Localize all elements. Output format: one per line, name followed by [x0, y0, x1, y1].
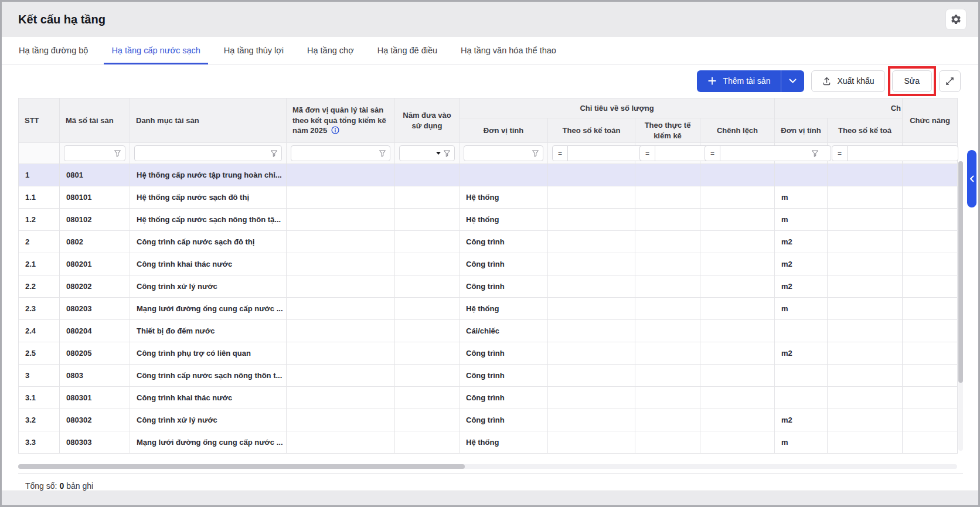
cell-by-accounting-2[interactable] [828, 253, 903, 275]
tab-ha-tang-cho[interactable]: Hạ tầng chợ [300, 37, 362, 64]
cell-asset-code[interactable]: 0802 [60, 231, 130, 253]
cell-unit-2[interactable]: m2 [775, 342, 828, 365]
filter-operator-dropdown[interactable]: = [639, 145, 655, 161]
cell-by-actual-inventory[interactable] [635, 409, 700, 431]
cell-by-accounting-2[interactable] [828, 186, 903, 209]
cell-difference[interactable] [700, 320, 775, 342]
cell-year-in-use[interactable] [395, 209, 460, 231]
cell-unit[interactable]: Hệ thống [460, 209, 548, 231]
tab-ha-tang-thuy-loi[interactable]: Hạ tầng thủy lợi [216, 37, 291, 64]
cell-mgmt-unit-code[interactable] [287, 409, 395, 431]
cell-year-in-use[interactable] [395, 409, 460, 431]
cell-actions[interactable] [903, 365, 958, 387]
cell-by-accounting-2[interactable] [828, 209, 903, 231]
cell-actions[interactable] [903, 164, 958, 186]
tab-ha-tang-de-dieu[interactable]: Hạ tầng đê điều [370, 37, 445, 64]
cell-by-accounting[interactable] [548, 342, 635, 365]
cell-unit-2[interactable] [775, 320, 828, 342]
cell-year-in-use[interactable] [395, 298, 460, 320]
settings-button[interactable] [945, 9, 967, 30]
cell-asset-code[interactable]: 080204 [60, 320, 130, 342]
cell-year-in-use[interactable] [395, 365, 460, 387]
filter-asset-category-input[interactable] [138, 149, 268, 158]
side-panel-toggle[interactable] [967, 150, 976, 207]
cell-actions[interactable] [903, 320, 958, 342]
cell-stt[interactable]: 1.2 [19, 209, 60, 231]
cell-year-in-use[interactable] [395, 253, 460, 275]
filter-operator-dropdown[interactable]: = [552, 145, 568, 161]
cell-asset-code[interactable]: 080101 [60, 186, 130, 209]
cell-by-accounting-2[interactable] [828, 275, 903, 298]
table-row[interactable]: 2.2 080202 Công trình xử lý nước Công tr… [19, 275, 958, 298]
filter-unit-input[interactable] [468, 149, 529, 158]
cell-unit[interactable]: Công trình [460, 342, 548, 365]
cell-by-accounting[interactable] [548, 298, 635, 320]
table-row[interactable]: 3.3 080303 Mạng lưới đường ống cung cấp … [19, 431, 958, 454]
cell-asset-category[interactable]: Công trình khai thác nước [130, 253, 287, 275]
cell-asset-code[interactable]: 080202 [60, 275, 130, 298]
filter-funnel-icon[interactable] [811, 149, 819, 157]
filter-mgmt-unit-code-input[interactable] [295, 149, 376, 158]
horizontal-scrollbar-thumb[interactable] [18, 464, 465, 469]
cell-actions[interactable] [903, 342, 958, 365]
cell-asset-code[interactable]: 0801 [60, 164, 130, 186]
cell-difference[interactable] [700, 342, 775, 365]
cell-year-in-use[interactable] [395, 164, 460, 186]
cell-unit[interactable] [460, 164, 548, 186]
cell-asset-category[interactable]: Công trình xử lý nước [130, 275, 287, 298]
cell-mgmt-unit-code[interactable] [287, 387, 395, 409]
cell-by-actual-inventory[interactable] [635, 365, 700, 387]
table-row[interactable]: 2 0802 Công trình cấp nước sạch đô thị C… [19, 231, 958, 253]
cell-stt[interactable]: 2.3 [19, 298, 60, 320]
cell-actions[interactable] [903, 409, 958, 431]
filter-funnel-icon[interactable] [532, 149, 539, 157]
cell-difference[interactable] [700, 186, 775, 209]
filter-operator-dropdown[interactable]: = [832, 145, 848, 161]
cell-actions[interactable] [903, 231, 958, 253]
tab-ha-tang-cap-nuoc-sach[interactable]: Hạ tầng cấp nước sạch [104, 37, 207, 64]
cell-actions[interactable] [903, 387, 958, 409]
add-asset-button[interactable]: Thêm tài sản [697, 70, 781, 92]
table-row[interactable]: 3.1 080301 Công trình khai thác nước Côn… [19, 387, 958, 409]
cell-unit[interactable]: Hệ thống [460, 431, 548, 454]
cell-difference[interactable] [700, 431, 775, 454]
filter-unit-2-input[interactable] [783, 149, 809, 158]
cell-stt[interactable]: 3.3 [19, 431, 60, 454]
dropdown-caret-icon[interactable] [436, 152, 441, 155]
cell-unit-2[interactable] [775, 387, 828, 409]
cell-asset-category[interactable]: Hệ thống cấp nước sạch đô thị [130, 186, 287, 209]
cell-asset-category[interactable]: Hệ thống cấp nước tập trung hoàn chỉ... [130, 164, 287, 186]
cell-by-accounting[interactable] [548, 186, 635, 209]
cell-unit[interactable]: Công trình [460, 387, 548, 409]
filter-funnel-icon[interactable] [379, 149, 386, 157]
cell-asset-code[interactable]: 080301 [60, 387, 130, 409]
vertical-scrollbar-thumb[interactable] [958, 161, 963, 383]
table-row[interactable]: 1 0801 Hệ thống cấp nước tập trung hoàn … [19, 164, 958, 186]
cell-mgmt-unit-code[interactable] [287, 209, 395, 231]
cell-mgmt-unit-code[interactable] [287, 164, 395, 186]
cell-mgmt-unit-code[interactable] [287, 275, 395, 298]
cell-actions[interactable] [903, 298, 958, 320]
cell-stt[interactable]: 2.2 [19, 275, 60, 298]
cell-by-actual-inventory[interactable] [635, 186, 700, 209]
cell-year-in-use[interactable] [395, 275, 460, 298]
cell-by-actual-inventory[interactable] [635, 342, 700, 365]
table-row[interactable]: 1.1 080101 Hệ thống cấp nước sạch đô thị… [19, 186, 958, 209]
cell-by-accounting[interactable] [548, 409, 635, 431]
cell-actions[interactable] [903, 253, 958, 275]
cell-unit-2[interactable]: m2 [775, 409, 828, 431]
cell-asset-code[interactable]: 080201 [60, 253, 130, 275]
cell-asset-code[interactable]: 080203 [60, 298, 130, 320]
cell-by-actual-inventory[interactable] [635, 253, 700, 275]
cell-asset-category[interactable]: Mạng lưới đường ống cung cấp nước ... [130, 431, 287, 454]
cell-year-in-use[interactable] [395, 387, 460, 409]
cell-unit[interactable]: Công trình [460, 409, 548, 431]
filter-year-select[interactable] [403, 149, 434, 158]
add-asset-dropdown-button[interactable] [781, 70, 804, 92]
cell-by-accounting-2[interactable] [828, 387, 903, 409]
cell-unit-2[interactable]: m [775, 431, 828, 454]
cell-asset-code[interactable]: 080303 [60, 431, 130, 454]
cell-by-accounting-2[interactable] [828, 164, 903, 186]
cell-by-accounting[interactable] [548, 209, 635, 231]
cell-unit-2[interactable]: m2 [775, 275, 828, 298]
